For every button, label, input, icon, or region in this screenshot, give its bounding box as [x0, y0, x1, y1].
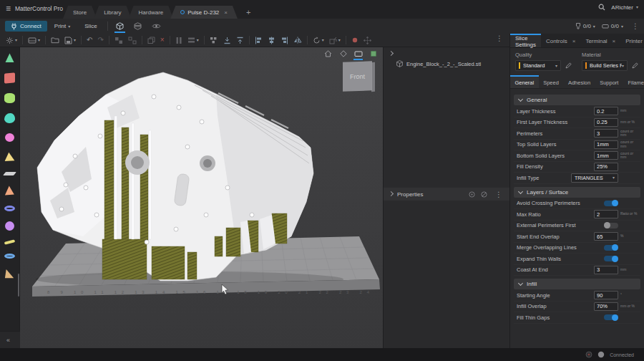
merge-overlapping-lines-toggle[interactable]: [604, 245, 618, 251]
scene-item[interactable]: Engine_Block_-_2_-_Scaled.stl: [396, 60, 481, 67]
quality-select[interactable]: Standard ▾: [515, 60, 561, 71]
add-tab-button[interactable]: +: [243, 6, 253, 19]
bed-view-icon[interactable]: [353, 49, 363, 58]
raise-icon[interactable]: [236, 37, 244, 44]
connect-button[interactable]: Connect: [5, 21, 47, 32]
home-view-icon[interactable]: [323, 49, 333, 58]
lower-to-bed-icon[interactable]: [223, 37, 231, 44]
layer-thickness-input[interactable]: [594, 107, 618, 115]
perimeters-input[interactable]: [594, 129, 618, 138]
tab-slice-settings[interactable]: Slice Settings: [510, 34, 541, 47]
tab-printer-device[interactable]: Pulse D-232 ×: [170, 6, 238, 19]
collapse-panel-icon[interactable]: «: [0, 337, 10, 344]
bed-counter[interactable]: 0/0 ▾: [602, 23, 623, 29]
webcam-icon[interactable]: [585, 351, 592, 358]
bottom-solid-layers-input[interactable]: [594, 151, 618, 160]
reset-icon[interactable]: [469, 191, 475, 198]
support-icon[interactable]: [351, 37, 358, 44]
toolbar-overflow-icon[interactable]: ⋮: [494, 34, 505, 42]
reduce-icon[interactable]: [175, 37, 182, 44]
primitive-sheet[interactable]: [3, 172, 16, 175]
primitive-torus[interactable]: [4, 254, 15, 259]
primitive-ring[interactable]: [4, 206, 15, 211]
account-menu[interactable]: ARichter ▾: [611, 4, 638, 11]
scale-icon[interactable]: ▾: [329, 37, 341, 44]
tab-controls[interactable]: Controls×: [541, 34, 580, 47]
primitive-ball[interactable]: [5, 221, 14, 231]
viewport-3d[interactable]: 8 9 10 11 12 13 14 15 16 17 18 19 20 21 …: [20, 47, 383, 348]
close-tab-icon[interactable]: ×: [224, 9, 228, 16]
primitive-sphere[interactable]: [5, 133, 14, 142]
undo-icon[interactable]: ↶: [87, 37, 92, 44]
expand-thin-walls-toggle[interactable]: [604, 256, 618, 261]
rotate-icon[interactable]: ▾: [313, 37, 324, 44]
properties-overflow-icon[interactable]: ⋮: [493, 191, 504, 198]
tab-hardware[interactable]: Hardware: [129, 6, 174, 19]
export-icon[interactable]: [51, 37, 59, 44]
max-ratio-input[interactable]: [594, 210, 618, 218]
subtab-adhesion[interactable]: Adhesion: [563, 75, 595, 88]
start-end-overlap-input[interactable]: [594, 232, 618, 241]
align-right-icon[interactable]: [280, 37, 288, 44]
duplicate-icon[interactable]: [147, 37, 155, 44]
avoid-crossing-perimeters-toggle[interactable]: [604, 201, 618, 206]
subtab-support[interactable]: Support: [595, 75, 623, 88]
print-menu[interactable]: Print ▾: [47, 23, 77, 29]
palette-scrollbar[interactable]: [18, 274, 20, 297]
close-tab-icon[interactable]: ×: [613, 38, 616, 44]
delete-icon[interactable]: ×: [160, 37, 165, 44]
slice-button[interactable]: Slice: [77, 23, 104, 29]
mirror-icon[interactable]: [293, 37, 302, 44]
section-infill[interactable]: Infill: [514, 279, 640, 289]
subtab-general[interactable]: General: [510, 75, 539, 88]
preview-button[interactable]: [147, 19, 166, 34]
rotate-view-icon[interactable]: [338, 49, 348, 58]
overflow-menu-icon[interactable]: ⋮: [630, 22, 641, 30]
filament-color-icon[interactable]: [369, 49, 378, 58]
primitive-cone[interactable]: [4, 53, 15, 63]
starting-angle-input[interactable]: [594, 291, 618, 299]
edit-quality-icon[interactable]: [565, 62, 572, 69]
clear-icon[interactable]: [481, 191, 487, 198]
first-layer-thickness-input[interactable]: [594, 118, 618, 127]
primitive-cube[interactable]: [4, 72, 15, 83]
coast-at-end-input[interactable]: [594, 266, 618, 274]
move-icon[interactable]: [364, 37, 371, 44]
properties-header[interactable]: Properties ⋮: [384, 188, 510, 201]
material-select[interactable]: Build Series F ▾: [582, 60, 628, 71]
close-tab-icon[interactable]: ×: [572, 38, 576, 44]
fill-thin-gaps-toggle[interactable]: [604, 314, 618, 320]
merge-icon[interactable]: ▾: [187, 37, 199, 44]
view-cube[interactable]: Front: [341, 59, 375, 92]
panel-chevron-icon[interactable]: [389, 51, 394, 56]
fill-density-input[interactable]: [594, 163, 618, 171]
edit-material-icon[interactable]: [632, 62, 638, 69]
subtab-filament[interactable]: Filament: [623, 75, 644, 88]
save-icon[interactable]: ▾: [64, 37, 76, 44]
tab-terminal[interactable]: Terminal×: [580, 34, 620, 47]
infill-overlap-input[interactable]: [594, 302, 618, 311]
primitive-cylinder[interactable]: [4, 93, 15, 103]
tab-printer[interactable]: Printer×: [620, 34, 644, 47]
align-center-icon[interactable]: [268, 37, 275, 44]
external-perimeters-first-toggle[interactable]: [604, 223, 618, 228]
primitive-stick[interactable]: [4, 239, 16, 245]
section-layers-surface[interactable]: Layers / Surface: [514, 187, 640, 198]
search-icon[interactable]: [598, 4, 605, 11]
primitive-half-sphere[interactable]: [4, 113, 15, 123]
extruder-counter[interactable]: 0/0 ▾: [575, 23, 595, 30]
hamburger-menu-icon[interactable]: ≡: [6, 4, 11, 13]
primitive-wedge[interactable]: [4, 269, 15, 279]
align-left-icon[interactable]: [255, 37, 263, 44]
tab-library[interactable]: Library: [94, 6, 131, 19]
bed-layout-icon[interactable]: ▾: [28, 37, 40, 44]
primitive-tetrahedron[interactable]: [4, 186, 15, 196]
settings-gear-icon[interactable]: ▾: [6, 37, 17, 44]
ungroup-icon[interactable]: [128, 37, 137, 44]
group-icon[interactable]: [114, 37, 123, 44]
view-3d-button[interactable]: [111, 19, 129, 34]
section-general[interactable]: General: [514, 95, 640, 105]
subtab-speed[interactable]: Speed: [539, 75, 564, 88]
view-layers-button[interactable]: [129, 19, 147, 34]
redo-icon[interactable]: ↷: [97, 37, 103, 44]
